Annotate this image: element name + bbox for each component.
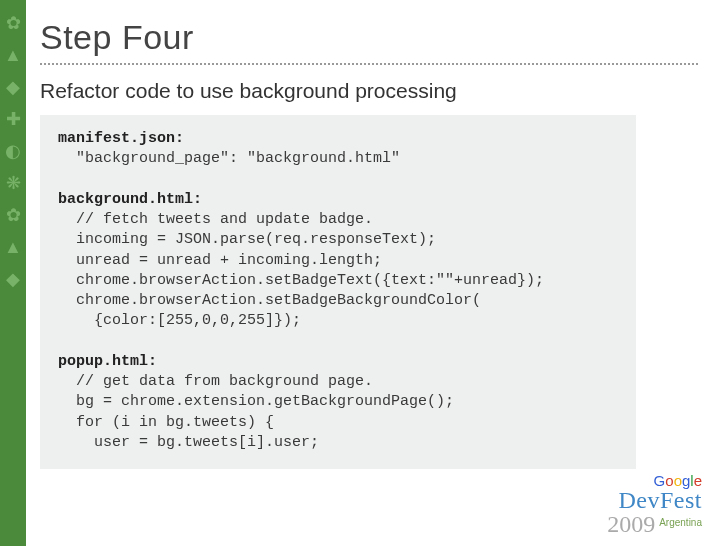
android-icon: ▲ xyxy=(0,46,26,64)
code-section-header: background.html: xyxy=(58,191,202,208)
android-icon: ▲ xyxy=(0,238,26,256)
wave-icon: ◐ xyxy=(0,142,26,160)
event-year: 2009Argentina xyxy=(607,512,702,536)
gear-icon: ✿ xyxy=(0,206,26,224)
code-section-body: // fetch tweets and update badge. incomi… xyxy=(58,211,544,329)
puzzle-icon: ✚ xyxy=(0,110,26,128)
slide-content: Step Four Refactor code to use backgroun… xyxy=(40,0,728,469)
code-section-body: "background_page": "background.html" xyxy=(58,150,400,167)
decorative-sidebar: ✿ ▲ ◆ ✚ ◐ ❋ ✿ ▲ ◆ xyxy=(0,0,26,546)
slide-title: Step Four xyxy=(40,18,698,57)
code-section-body: // get data from background page. bg = c… xyxy=(58,373,454,451)
gear-icon: ✿ xyxy=(0,14,26,32)
google-logo: Google xyxy=(607,473,702,488)
code-block: manifest.json: "background_page": "backg… xyxy=(40,115,636,469)
presentation-slide: ✿ ▲ ◆ ✚ ◐ ❋ ✿ ▲ ◆ Step Four Refactor cod… xyxy=(0,0,728,546)
title-divider xyxy=(40,63,698,65)
code-section-header: manifest.json: xyxy=(58,130,184,147)
event-brand: DevFest xyxy=(607,488,702,512)
app-icon: ◆ xyxy=(0,78,26,96)
code-section-header: popup.html: xyxy=(58,353,157,370)
misc-icon: ❋ xyxy=(0,174,26,192)
app-icon: ◆ xyxy=(0,270,26,288)
footer-branding: Google DevFest 2009Argentina xyxy=(607,473,702,536)
slide-subtitle: Refactor code to use background processi… xyxy=(40,79,698,103)
